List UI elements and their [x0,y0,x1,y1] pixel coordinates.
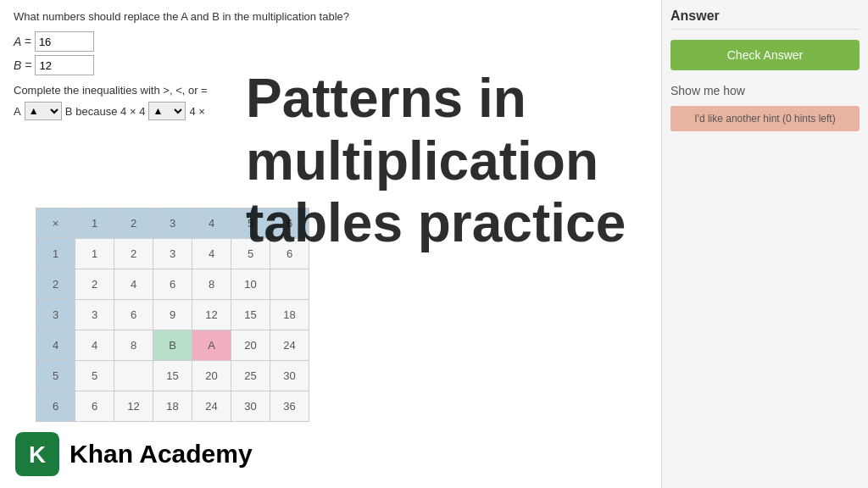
cell-3-1: 3 [75,300,114,330]
cell-5-3: 15 [153,361,192,391]
sidebar: Answer Check Answer Show me how I'd like… [661,0,868,488]
cell-5-2 [114,361,153,391]
cell-1-2: 2 [114,239,153,269]
b-label: B = [14,58,31,72]
col-header-2: 2 [114,208,153,239]
cell-4-1: 4 [75,330,114,361]
ka-logo-icon: K [15,432,59,476]
a-input-row: A = [14,31,648,52]
cell-1-3: 3 [153,239,192,269]
because-text: because 4 × 4 [75,105,145,118]
row-header-6: 6 [36,391,75,422]
cell-3-6: 18 [270,300,309,330]
cell-4-3-B: B [153,330,192,361]
cell-3-3: 9 [153,300,192,330]
cell-6-1: 6 [75,391,114,422]
mult-table-grid: × 1 2 3 4 5 6 1 1 2 3 4 5 6 2 2 4 6 [36,208,309,422]
cell-6-2: 12 [114,391,153,422]
b-var: B [65,105,73,118]
cell-3-5: 15 [231,300,270,330]
cell-5-1: 5 [75,361,114,391]
cell-3-4: 12 [192,300,231,330]
cell-1-4: 4 [192,239,231,269]
cell-2-6 [270,269,309,300]
cell-6-4: 24 [192,391,231,422]
cell-1-6: 6 [270,239,309,269]
trailing-text: 4 × [189,105,204,118]
khan-academy-brand: K Khan Academy [15,432,253,476]
svg-text:K: K [29,441,46,468]
col-header-1: 1 [75,208,114,239]
ineq-select-1[interactable]: ▲ > < = [25,102,62,120]
hint-button[interactable]: I'd like another hint (0 hints left) [670,106,860,131]
b-input[interactable] [35,55,94,75]
cell-4-5: 20 [231,330,270,361]
cell-4-2: 8 [114,330,153,361]
col-header-5: 5 [231,208,270,239]
ineq-select-2[interactable]: ▲ > < = [148,102,186,120]
a-input[interactable] [35,31,94,52]
cell-1-1: 1 [75,239,114,269]
table-corner: × [36,208,75,239]
question-text: What numbers should replace the A and B … [14,10,648,23]
inequality-intro: Complete the inequalities with >, <, or … [14,84,648,97]
a-label: A = [14,35,31,48]
cell-2-5: 10 [231,269,270,300]
cell-6-6: 36 [270,391,309,422]
cell-4-4-A: A [192,330,231,361]
row-header-2: 2 [36,269,75,300]
cell-5-6: 30 [270,361,309,391]
cell-2-1: 2 [75,269,114,300]
check-answer-button[interactable]: Check Answer [670,40,860,70]
col-header-3: 3 [153,208,192,239]
row-header-4: 4 [36,330,75,361]
row-header-3: 3 [36,300,75,330]
cell-3-2: 6 [114,300,153,330]
cell-6-5: 30 [231,391,270,422]
cell-4-6: 24 [270,330,309,361]
cell-2-4: 8 [192,269,231,300]
cell-2-3: 6 [153,269,192,300]
a-var: A [14,105,21,118]
main-content: What numbers should replace the A and B … [0,0,661,488]
ka-name-label: Khan Academy [70,440,253,469]
cell-5-5: 25 [231,361,270,391]
multiplication-table: × 1 2 3 4 5 6 1 1 2 3 4 5 6 2 2 4 6 [36,208,324,422]
col-header-4: 4 [192,208,231,239]
sidebar-title: Answer [670,8,860,30]
b-input-row: B = [14,55,648,75]
cell-1-5: 5 [231,239,270,269]
inequality-section: Complete the inequalities with >, <, or … [14,84,648,120]
row-header-5: 5 [36,361,75,391]
show-me-label: Show me how [670,84,860,97]
col-header-6: 6 [270,208,309,239]
cell-5-4: 20 [192,361,231,391]
cell-6-3: 18 [153,391,192,422]
inequality-row: A ▲ > < = B because 4 × 4 ▲ > < = 4 × [14,102,648,120]
cell-2-2: 4 [114,269,153,300]
row-header-1: 1 [36,239,75,269]
